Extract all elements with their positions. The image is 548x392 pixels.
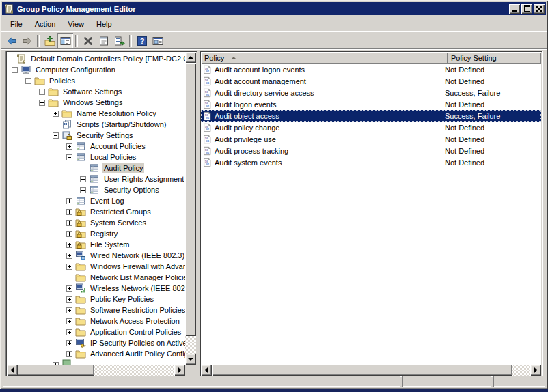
plus-expander-icon[interactable] [66, 318, 75, 324]
tree-item[interactable]: Local Policies [7, 152, 185, 163]
show-window-button[interactable] [150, 33, 165, 48]
policy-row[interactable]: 1001Audit policy changeNot Defined [201, 122, 541, 133]
tree-item[interactable]: Network Access Protection [7, 316, 185, 326]
tree-item[interactable]: Application Control Policies [7, 326, 185, 337]
tree-item[interactable]: Policies [7, 75, 185, 86]
policy-row[interactable]: 1001Audit account logon eventsNot Define… [201, 64, 541, 75]
plus-expander-icon[interactable] [66, 285, 75, 292]
plus-expander-icon[interactable] [53, 111, 61, 117]
minus-expander-icon[interactable] [25, 78, 34, 84]
export-list-button[interactable] [111, 33, 127, 48]
tree-item[interactable] [7, 359, 185, 365]
minus-expander-icon[interactable] [66, 154, 75, 160]
menu-action[interactable]: Action [29, 18, 62, 29]
titlebar-maximize-button[interactable] [521, 4, 532, 14]
tree-item[interactable]: System Services [7, 217, 185, 228]
tree-item[interactable]: IP Security Policies on Active D [7, 337, 185, 348]
up-one-level-button[interactable] [42, 33, 57, 48]
policy-row[interactable]: 1001Audit account managementNot Defined [201, 75, 541, 87]
tree-item[interactable]: User Rights Assignment [7, 173, 185, 184]
scroll-thumb[interactable] [212, 365, 512, 376]
column-label: Policy [204, 54, 224, 62]
plus-expander-icon[interactable] [39, 89, 48, 95]
policy-row[interactable]: 1001Audit privilege useNot Defined [201, 133, 541, 145]
tree-item[interactable]: Windows Firewall with Advanc [7, 261, 185, 272]
tree-item[interactable]: Computer Configuration [7, 64, 185, 75]
scroll-right-button[interactable] [174, 365, 185, 376]
delete-button[interactable] [80, 33, 96, 48]
plus-expander-icon[interactable] [66, 340, 75, 346]
column-header-policy[interactable]: Policy [201, 52, 448, 64]
list-horizontal-scrollbar[interactable] [201, 365, 541, 376]
plus-expander-icon[interactable] [66, 220, 75, 226]
tree-item[interactable]: Restricted Groups [7, 206, 185, 217]
scroll-down-button[interactable] [185, 354, 196, 365]
doc-binary-icon: 1001 [202, 146, 212, 156]
plus-expander-icon[interactable] [66, 143, 75, 150]
tree-item[interactable]: Software Settings [7, 86, 185, 97]
scroll-up-button[interactable] [185, 52, 196, 63]
plus-expander-icon[interactable] [66, 242, 75, 248]
title-bar[interactable]: Group Policy Management Editor [2, 2, 546, 15]
titlebar-close-button[interactable] [534, 4, 545, 14]
tree-item[interactable]: File System [7, 239, 185, 250]
menu-help[interactable]: Help [90, 18, 118, 29]
tree-horizontal-scrollbar[interactable] [7, 365, 185, 376]
scroll-right-button[interactable] [530, 365, 541, 376]
forward-button[interactable] [19, 33, 35, 48]
titlebar-minimize-button[interactable] [509, 4, 520, 14]
menu-view[interactable]: View [61, 18, 90, 29]
scroll-left-button[interactable] [7, 365, 18, 376]
plus-expander-icon[interactable] [66, 329, 75, 335]
tree-item[interactable]: Public Key Policies [7, 294, 185, 305]
tree-item[interactable]: Account Policies [7, 141, 185, 152]
tree-item[interactable]: Scripts (Startup/Shutdown) [7, 119, 185, 130]
plus-expander-icon[interactable] [66, 198, 75, 204]
scroll-left-button[interactable] [201, 365, 212, 376]
menu-file[interactable]: File [4, 18, 29, 29]
policy-row[interactable]: 1001Audit system eventsNot Defined [201, 156, 541, 168]
policy-setting-cell: Not Defined [442, 135, 541, 143]
back-button[interactable] [3, 33, 19, 48]
tree-item[interactable]: Software Restriction Policies [7, 305, 185, 316]
show-hide-console-tree-button[interactable] [57, 33, 73, 48]
plus-expander-icon[interactable] [66, 264, 75, 270]
scroll-thumb[interactable] [18, 365, 94, 376]
minus-expander-icon[interactable] [12, 67, 20, 73]
plus-expander-icon[interactable] [80, 176, 89, 182]
policy-row[interactable]: 1001Audit directory service accessSucces… [201, 87, 541, 98]
policy-row[interactable]: 1001Audit logon eventsNot Defined [201, 98, 541, 110]
minus-expander-icon[interactable] [39, 100, 48, 106]
policy-setting-cell: Not Defined [442, 100, 541, 109]
scroll-thumb[interactable] [185, 63, 196, 336]
plus-expander-icon[interactable] [66, 351, 75, 357]
tree-item[interactable]: Name Resolution Policy [7, 108, 185, 119]
plus-expander-icon[interactable] [66, 231, 75, 237]
policy-row[interactable]: 1001Audit process trackingNot Defined [201, 145, 541, 156]
column-header-policy-setting[interactable]: Policy Setting [448, 52, 541, 64]
tree-item-label: User Rights Assignment [102, 174, 185, 184]
plus-expander-icon[interactable] [66, 209, 75, 215]
tree-item[interactable]: Registry [7, 228, 185, 239]
help-button[interactable]: ? [134, 33, 150, 48]
tree-item[interactable]: Default Domain Controllers Policy [EMP-D… [7, 53, 185, 64]
policy-row[interactable]: 1001Audit object accessSuccess, Failure [201, 110, 541, 122]
plus-expander-icon[interactable] [66, 296, 75, 303]
policy-setting-cell: Success, Failure [442, 89, 541, 97]
tree-item[interactable]: Windows Settings [7, 97, 185, 108]
tree-item[interactable]: Security Settings [7, 130, 185, 141]
tree-item[interactable]: Audit Policy [7, 163, 185, 173]
tree-item[interactable]: Network List Manager Policies [7, 272, 185, 283]
tree-item[interactable]: Event Log [7, 195, 185, 206]
plus-expander-icon[interactable] [80, 187, 89, 193]
tree-item[interactable]: Wireless Network (IEEE 802.1 [7, 283, 185, 294]
tree-item[interactable]: Security Options [7, 184, 185, 195]
tree-vertical-scrollbar[interactable] [185, 52, 196, 365]
tree-item[interactable]: Wired Network (IEEE 802.3) P [7, 250, 185, 261]
properties-button[interactable] [96, 33, 111, 48]
tree-item[interactable]: Advanced Audit Policy Configu [7, 348, 185, 359]
plus-expander-icon[interactable] [66, 253, 75, 259]
minus-expander-icon[interactable] [53, 132, 61, 139]
plus-expander-icon[interactable] [66, 307, 75, 313]
policy-setting-cell: Success, Failure [442, 112, 541, 120]
